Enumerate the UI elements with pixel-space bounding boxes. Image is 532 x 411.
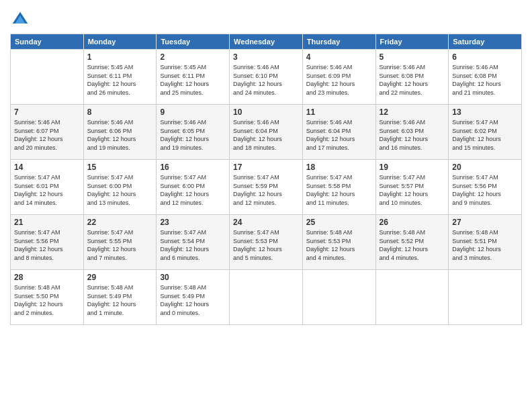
day-info: Sunrise: 5:48 AM Sunset: 5:53 PM Dayligh… [306,228,372,262]
day-info: Sunrise: 5:46 AM Sunset: 6:04 PM Dayligh… [306,118,372,152]
day-number: 21 [14,218,80,227]
week-row-2: 7Sunrise: 5:46 AM Sunset: 6:07 PM Daylig… [11,105,522,160]
day-info: Sunrise: 5:46 AM Sunset: 6:09 PM Dayligh… [306,63,372,97]
day-info: Sunrise: 5:48 AM Sunset: 5:50 PM Dayligh… [14,283,80,317]
day-info: Sunrise: 5:48 AM Sunset: 5:52 PM Dayligh… [380,228,445,262]
day-cell-7: 7Sunrise: 5:46 AM Sunset: 6:07 PM Daylig… [11,105,84,160]
day-info: Sunrise: 5:45 AM Sunset: 6:11 PM Dayligh… [160,63,226,97]
day-cell-16: 16Sunrise: 5:47 AM Sunset: 6:00 PM Dayli… [157,160,230,215]
day-cell-22: 22Sunrise: 5:47 AM Sunset: 5:55 PM Dayli… [83,215,157,270]
week-row-4: 21Sunrise: 5:47 AM Sunset: 5:56 PM Dayli… [11,215,522,270]
day-number: 23 [160,218,226,227]
day-cell-10: 10Sunrise: 5:46 AM Sunset: 6:04 PM Dayli… [230,105,303,160]
day-number: 11 [306,107,372,117]
day-number: 28 [14,273,80,282]
day-number: 25 [306,218,372,227]
day-number: 30 [160,273,226,282]
day-info: Sunrise: 5:46 AM Sunset: 6:03 PM Dayligh… [380,118,445,152]
day-info: Sunrise: 5:46 AM Sunset: 6:10 PM Dayligh… [233,63,299,97]
day-number: 24 [233,218,299,227]
week-row-1: 1Sunrise: 5:45 AM Sunset: 6:11 PM Daylig… [11,50,522,105]
day-info: Sunrise: 5:47 AM Sunset: 6:01 PM Dayligh… [14,173,80,207]
day-info: Sunrise: 5:47 AM Sunset: 6:00 PM Dayligh… [160,173,226,207]
day-cell-21: 21Sunrise: 5:47 AM Sunset: 5:56 PM Dayli… [11,215,84,270]
weekday-header-friday: Friday [375,34,449,50]
weekday-header-row: SundayMondayTuesdayWednesdayThursdayFrid… [11,34,522,50]
day-number: 20 [452,163,518,172]
day-number: 17 [233,163,299,172]
day-number: 12 [380,107,445,117]
day-cell-29: 29Sunrise: 5:48 AM Sunset: 5:49 PM Dayli… [83,270,157,325]
day-cell-17: 17Sunrise: 5:47 AM Sunset: 5:59 PM Dayli… [230,160,303,215]
day-number: 9 [160,107,226,117]
day-cell-9: 9Sunrise: 5:46 AM Sunset: 6:05 PM Daylig… [157,105,230,160]
day-number: 18 [306,163,372,172]
day-number: 14 [14,163,80,172]
day-cell-28: 28Sunrise: 5:48 AM Sunset: 5:50 PM Dayli… [11,270,84,325]
day-number: 15 [87,163,153,172]
day-info: Sunrise: 5:47 AM Sunset: 5:57 PM Dayligh… [380,173,445,207]
day-cell-19: 19Sunrise: 5:47 AM Sunset: 5:57 PM Dayli… [375,160,449,215]
day-cell-23: 23Sunrise: 5:47 AM Sunset: 5:54 PM Dayli… [157,215,230,270]
day-number: 8 [87,107,153,117]
day-info: Sunrise: 5:47 AM Sunset: 6:02 PM Dayligh… [452,118,518,152]
weekday-header-wednesday: Wednesday [230,34,303,50]
day-info: Sunrise: 5:48 AM Sunset: 5:51 PM Dayligh… [452,228,518,262]
day-cell-14: 14Sunrise: 5:47 AM Sunset: 6:01 PM Dayli… [11,160,84,215]
day-cell-15: 15Sunrise: 5:47 AM Sunset: 6:00 PM Dayli… [83,160,157,215]
empty-cell [449,270,522,325]
day-cell-5: 5Sunrise: 5:46 AM Sunset: 6:08 PM Daylig… [375,50,449,105]
day-cell-4: 4Sunrise: 5:46 AM Sunset: 6:09 PM Daylig… [302,50,375,105]
day-number: 10 [233,107,299,117]
day-number: 5 [380,52,445,62]
week-row-5: 28Sunrise: 5:48 AM Sunset: 5:50 PM Dayli… [11,270,522,325]
day-number: 13 [452,107,518,117]
day-number: 4 [306,52,372,62]
day-cell-12: 12Sunrise: 5:46 AM Sunset: 6:03 PM Dayli… [375,105,449,160]
calendar-table: SundayMondayTuesdayWednesdayThursdayFrid… [10,34,522,325]
day-cell-2: 2Sunrise: 5:45 AM Sunset: 6:11 PM Daylig… [157,50,230,105]
day-info: Sunrise: 5:46 AM Sunset: 6:07 PM Dayligh… [14,118,80,152]
day-cell-6: 6Sunrise: 5:46 AM Sunset: 6:08 PM Daylig… [449,50,522,105]
weekday-header-sunday: Sunday [11,34,84,50]
day-info: Sunrise: 5:46 AM Sunset: 6:05 PM Dayligh… [160,118,226,152]
day-number: 6 [452,52,518,62]
week-row-3: 14Sunrise: 5:47 AM Sunset: 6:01 PM Dayli… [11,160,522,215]
day-cell-13: 13Sunrise: 5:47 AM Sunset: 6:02 PM Dayli… [449,105,522,160]
weekday-header-tuesday: Tuesday [157,34,230,50]
day-number: 26 [380,218,445,227]
day-number: 2 [160,52,226,62]
day-cell-1: 1Sunrise: 5:45 AM Sunset: 6:11 PM Daylig… [83,50,157,105]
day-cell-26: 26Sunrise: 5:48 AM Sunset: 5:52 PM Dayli… [375,215,449,270]
day-cell-11: 11Sunrise: 5:46 AM Sunset: 6:04 PM Dayli… [302,105,375,160]
day-cell-20: 20Sunrise: 5:47 AM Sunset: 5:56 PM Dayli… [449,160,522,215]
weekday-header-saturday: Saturday [449,34,522,50]
day-cell-27: 27Sunrise: 5:48 AM Sunset: 5:51 PM Dayli… [449,215,522,270]
day-cell-30: 30Sunrise: 5:48 AM Sunset: 5:49 PM Dayli… [157,270,230,325]
day-info: Sunrise: 5:47 AM Sunset: 5:58 PM Dayligh… [306,173,372,207]
empty-cell [302,270,375,325]
day-info: Sunrise: 5:45 AM Sunset: 6:11 PM Dayligh… [87,63,153,97]
day-number: 16 [160,163,226,172]
day-info: Sunrise: 5:47 AM Sunset: 5:55 PM Dayligh… [87,228,153,262]
day-info: Sunrise: 5:47 AM Sunset: 5:59 PM Dayligh… [233,173,299,207]
empty-cell [230,270,303,325]
day-cell-18: 18Sunrise: 5:47 AM Sunset: 5:58 PM Dayli… [302,160,375,215]
day-info: Sunrise: 5:47 AM Sunset: 6:00 PM Dayligh… [87,173,153,207]
day-info: Sunrise: 5:46 AM Sunset: 6:04 PM Dayligh… [233,118,299,152]
day-info: Sunrise: 5:47 AM Sunset: 5:56 PM Dayligh… [452,173,518,207]
day-number: 7 [14,107,80,117]
day-cell-3: 3Sunrise: 5:46 AM Sunset: 6:10 PM Daylig… [230,50,303,105]
day-number: 29 [87,273,153,282]
day-info: Sunrise: 5:46 AM Sunset: 6:08 PM Dayligh… [380,63,445,97]
day-info: Sunrise: 5:48 AM Sunset: 5:49 PM Dayligh… [160,283,226,317]
empty-cell [375,270,449,325]
weekday-header-monday: Monday [83,34,157,50]
page: SundayMondayTuesdayWednesdayThursdayFrid… [0,0,532,411]
day-info: Sunrise: 5:48 AM Sunset: 5:49 PM Dayligh… [87,283,153,317]
day-info: Sunrise: 5:46 AM Sunset: 6:08 PM Dayligh… [452,63,518,97]
day-info: Sunrise: 5:47 AM Sunset: 5:54 PM Dayligh… [160,228,226,262]
day-number: 19 [380,163,445,172]
day-number: 1 [87,52,153,62]
day-number: 22 [87,218,153,227]
